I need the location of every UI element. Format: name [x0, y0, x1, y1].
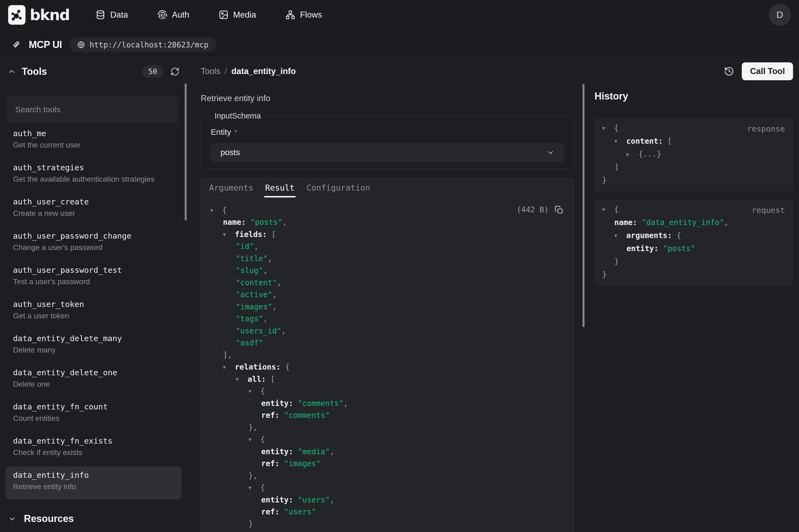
json-punct: [	[267, 230, 276, 239]
collapse-toggle-icon[interactable]: ▼	[236, 376, 248, 382]
tool-list-item-auth_me[interactable]: auth_meGet the current user	[5, 125, 182, 158]
tool-list-item-auth_user_password_test[interactable]: auth_user_password_testTest a user's pas…	[5, 261, 182, 294]
tool-list-item-data_entity_info[interactable]: data_entity_infoRetrieve entity info	[5, 467, 182, 499]
tool-description: Get the available authentication strateg…	[13, 175, 174, 184]
tool-list-item-auth_user_create[interactable]: auth_user_createCreate a new user	[5, 193, 182, 226]
collapse-toggle-icon[interactable]: ▼	[248, 388, 260, 394]
json-line: },	[210, 421, 574, 434]
collapse-toggle-icon[interactable]: ▼	[602, 207, 614, 212]
tab-arguments[interactable]: Arguments	[209, 178, 253, 197]
json-line: }	[602, 173, 785, 187]
tool-list-item-data_entity_fn_exists[interactable]: data_entity_fn_existsCheck if entity exi…	[5, 432, 182, 465]
refresh-icon[interactable]	[170, 67, 179, 76]
nav-item-flows[interactable]: Flows	[285, 10, 322, 20]
tool-description: Retrieve entity info	[13, 482, 174, 491]
json-string: "posts"	[659, 244, 695, 253]
user-avatar[interactable]: D	[768, 4, 791, 26]
tool-list-item-auth_user_token[interactable]: auth_user_tokenGet a user token	[5, 296, 182, 329]
indent-guide	[210, 228, 223, 241]
json-string: "content"	[236, 278, 277, 287]
indent-guide	[210, 313, 223, 325]
tab-result[interactable]: Result	[265, 178, 294, 197]
indent-guide	[236, 385, 248, 398]
tool-list-item-data_entity_fn_count[interactable]: data_entity_fn_countCount entities	[5, 398, 182, 431]
indent-guide	[223, 313, 236, 325]
json-punct: ,	[282, 218, 287, 227]
tool-description: Test a user's password	[13, 277, 174, 286]
indent-guide	[223, 301, 236, 313]
collapse-toggle-icon[interactable]: ▼	[210, 207, 222, 213]
resources-section-header[interactable]: Resources	[0, 505, 187, 532]
json-line: "slug",	[210, 265, 574, 277]
sidebar-scrollbar[interactable]	[185, 83, 187, 221]
tool-list-item-auth_user_password_change[interactable]: auth_user_password_changeChange a user's…	[5, 227, 182, 260]
tool-description: Change a user's password	[13, 243, 174, 252]
indent-guide	[210, 373, 223, 385]
result-meta: (442 B)	[517, 205, 563, 214]
tool-name: data_entity_delete_many	[13, 334, 174, 343]
copy-icon[interactable]	[555, 206, 563, 214]
tool-name: auth_user_token	[13, 299, 174, 309]
server-url-pill[interactable]: http://localhost:28623/mcp	[70, 37, 216, 52]
nav-item-data[interactable]: Data	[95, 10, 128, 20]
indent-guide	[210, 252, 223, 265]
breadcrumb-section[interactable]: Tools	[201, 66, 220, 76]
indent-guide	[223, 325, 236, 337]
collapse-toggle-icon[interactable]: ▼	[248, 437, 260, 442]
indent-guide	[223, 265, 236, 277]
required-marker: *	[234, 128, 237, 136]
history-icon[interactable]	[724, 66, 734, 76]
json-punct: {	[614, 205, 619, 214]
json-line: ▶{...}	[602, 148, 785, 160]
indent-guide	[223, 470, 236, 482]
collapse-toggle-icon[interactable]: ▼	[614, 138, 626, 144]
tab-configuration[interactable]: Configuration	[306, 178, 370, 197]
indent-guide	[236, 482, 248, 494]
page-title: MCP UI	[29, 39, 62, 51]
nav-item-media[interactable]: Media	[218, 10, 256, 20]
tools-section-header[interactable]: Tools 50	[0, 60, 187, 83]
collapse-toggle-icon[interactable]: ▼	[248, 485, 260, 491]
expand-toggle-icon[interactable]: ▶	[627, 151, 639, 157]
json-line: name: "data_entity_info",	[602, 216, 785, 229]
json-line: entity: "posts"	[602, 242, 785, 255]
tool-list-item-data_entity_delete_many[interactable]: data_entity_delete_manyDelete many	[5, 330, 182, 363]
bknd-logo-icon	[8, 5, 25, 25]
json-string: "images"	[236, 302, 272, 311]
chevron-down-icon	[547, 148, 555, 156]
collapse-toggle-icon[interactable]: ▼	[602, 125, 614, 131]
json-line: "users_id",	[210, 325, 574, 337]
indent-guide	[210, 506, 223, 518]
json-line: "asdf"	[210, 337, 574, 349]
indent-guide	[210, 470, 223, 482]
history-entry-request[interactable]: request▼{name: "data_entity_info",▼argum…	[594, 199, 793, 286]
history-entry-response[interactable]: response▼{▼content: [▶{...}]}	[594, 118, 793, 191]
json-key: content:	[626, 137, 663, 146]
tool-list-item-auth_strategies[interactable]: auth_strategiesGet the available authent…	[5, 159, 182, 192]
collapse-toggle-icon[interactable]: ▼	[223, 232, 235, 237]
indent-guide	[210, 337, 223, 349]
indent-guide	[210, 325, 223, 337]
call-tool-button[interactable]: Call Tool	[742, 62, 793, 80]
indent-guide	[223, 410, 236, 422]
tool-name: data_entity_delete_one	[13, 368, 174, 377]
tool-description: Count entities	[13, 414, 174, 423]
bknd-logo[interactable]: bknd	[8, 5, 70, 25]
indent-guide	[210, 458, 223, 470]
tool-list-item-data_entity_delete_one[interactable]: data_entity_delete_oneDelete one	[5, 364, 182, 397]
collapse-toggle-icon[interactable]: ▼	[223, 364, 235, 370]
json-punct: {	[260, 387, 265, 396]
main-scrollbar[interactable]	[583, 84, 585, 327]
indent-guide	[210, 421, 223, 434]
collapse-toggle-icon[interactable]: ▼	[614, 233, 626, 238]
json-line: ],	[210, 349, 574, 361]
indent-guide	[236, 421, 248, 434]
indent-guide	[248, 397, 261, 410]
json-punct: {	[260, 483, 265, 492]
json-line: ▼{	[210, 385, 574, 398]
indent-guide	[223, 482, 236, 494]
search-input[interactable]	[6, 96, 178, 123]
indent-guide	[602, 255, 614, 268]
entity-select[interactable]: posts	[211, 142, 565, 162]
nav-item-auth[interactable]: Auth	[157, 10, 189, 20]
